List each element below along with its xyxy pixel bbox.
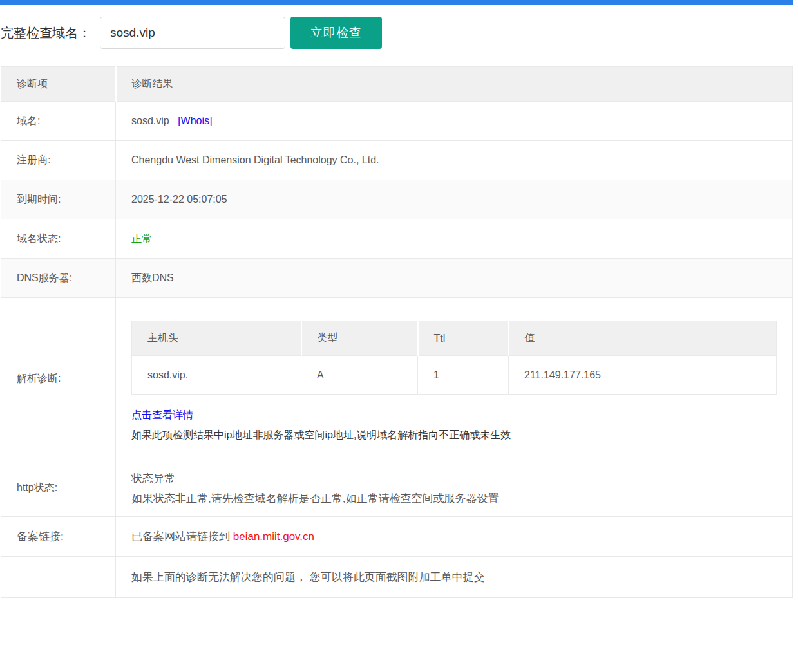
domain-input-label: 完整检查域名： [1,24,91,42]
table-row-domain-status: 域名状态: 正常 [1,219,793,259]
registrar-label: 注册商: [1,141,116,180]
expiry-label: 到期时间: [1,180,116,219]
diagnosis-table: 诊断项 诊断结果 域名: sosd.vip [Whois] 注册商: Cheng… [1,66,793,598]
dns-server-value: 西数DNS [116,259,793,298]
domain-label: 域名: [1,102,116,141]
record-header-value: 值 [509,321,777,356]
icp-note: 已备案网站请链接到 [131,530,233,543]
domain-value: sosd.vip [131,115,169,126]
table-row-expiry: 到期时间: 2025-12-22 05:07:05 [1,180,793,219]
domain-check-form: 完整检查域名： 立即检查 [1,17,798,49]
table-row-domain: 域名: sosd.vip [Whois] [1,102,793,141]
dns-record-row: sosd.vip. A 1 211.149.177.165 [132,356,777,395]
table-row-resolution: 解析诊断: 主机头 类型 Ttl 值 sosd.vip. [1,298,793,460]
registrar-value: Chengdu West Dimension Digital Technolog… [116,141,793,180]
http-status-label: http状态: [1,460,116,517]
dns-record-header-row: 主机头 类型 Ttl 值 [132,321,777,356]
http-status-note: 如果状态非正常,请先检查域名解析是否正常,如正常请检查空间或服务器设置 [131,489,777,509]
domain-status-label: 域名状态: [1,219,116,259]
expiry-value: 2025-12-22 05:07:05 [116,180,793,219]
whois-link[interactable]: [Whois] [178,115,212,126]
resolution-label: 解析诊断: [1,298,116,460]
footer-note: 如果上面的诊断无法解决您的问题， 您可以将此页面截图附加工单中提交 [116,557,793,598]
http-status-value: 状态异常 [131,469,777,489]
domain-status-badge: 正常 [131,233,152,244]
record-header-type: 类型 [301,321,418,356]
record-header-host: 主机头 [132,321,301,356]
beian-link[interactable]: beian.miit.gov.cn [233,530,314,543]
dns-server-label: DNS服务器: [1,259,116,298]
record-header-ttl: Ttl [418,321,509,356]
table-row-icp-link: 备案链接: 已备案网站请链接到 beian.miit.gov.cn [1,517,793,557]
record-value: 211.149.177.165 [509,356,777,395]
table-row-http-status: http状态: 状态异常 如果状态非正常,请先检查域名解析是否正常,如正常请检查… [1,460,793,517]
table-header-row: 诊断项 诊断结果 [1,67,793,102]
header-diagnosis-item: 诊断项 [1,67,116,102]
dns-record-table: 主机头 类型 Ttl 值 sosd.vip. A 1 211.149.177.1… [131,321,777,395]
table-row-registrar: 注册商: Chengdu West Dimension Digital Tech… [1,141,793,180]
check-now-button[interactable]: 立即检查 [290,17,382,49]
record-ttl: 1 [418,356,509,395]
view-details-link[interactable]: 点击查看详情 [131,409,193,422]
top-accent-bar [0,0,793,5]
resolution-note: 如果此项检测结果中ip地址非服务器或空间ip地址,说明域名解析指向不正确或未生效 [131,427,777,443]
record-type: A [301,356,418,395]
record-host: sosd.vip. [132,356,301,395]
footer-empty-cell [1,557,116,598]
header-diagnosis-result: 诊断结果 [116,67,793,102]
icp-label: 备案链接: [1,517,116,557]
domain-input[interactable] [100,17,285,49]
table-row-dns-server: DNS服务器: 西数DNS [1,259,793,298]
table-row-footer-note: 如果上面的诊断无法解决您的问题， 您可以将此页面截图附加工单中提交 [1,557,793,598]
